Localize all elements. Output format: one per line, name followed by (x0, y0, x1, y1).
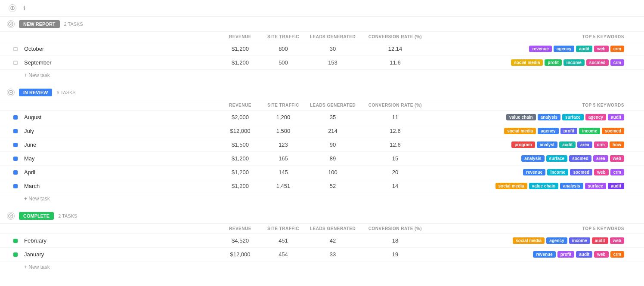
keyword-tag[interactable]: socmed (569, 155, 591, 162)
task-name-cell[interactable]: February (24, 237, 219, 244)
new-task-row[interactable]: + New task (0, 70, 644, 81)
keyword-tag[interactable]: revenue (529, 46, 551, 52)
task-revenue: $1,200 (219, 46, 262, 52)
collapse-icon[interactable] (9, 4, 16, 12)
keyword-tag[interactable]: web (594, 251, 608, 258)
keyword-tag[interactable]: profit (545, 59, 562, 66)
task-keywords-cell: social mediavalue chainanalysissurfaceau… (430, 183, 624, 189)
keyword-tag[interactable]: agency (546, 237, 567, 244)
new-task-row[interactable]: + New task (0, 193, 644, 204)
keyword-tag[interactable]: social media (513, 237, 545, 244)
section-badge-new-report[interactable]: NEW REPORT (19, 20, 60, 28)
columns-header-new-report: REVENUESITE TRAFFICLEADS GENERATEDCONVER… (0, 32, 644, 42)
task-keywords-cell: value chainanalysissurfaceagencyaudit (430, 114, 624, 120)
task-status-dot (13, 61, 18, 65)
keyword-tag[interactable]: analysis (521, 155, 544, 162)
collapse-complete-icon[interactable] (7, 212, 15, 220)
task-conversion: 15 (361, 155, 430, 162)
app-container: ℹ NEW REPORT2 TASKSREVENUESITE TRAFFICLE… (0, 0, 644, 273)
keyword-tag[interactable]: area (577, 141, 592, 148)
collapse-in-review-icon[interactable] (7, 89, 15, 96)
keyword-tag[interactable]: area (593, 155, 608, 162)
keyword-tag[interactable]: agency (538, 128, 558, 134)
keyword-tag[interactable]: profit (557, 251, 575, 258)
task-traffic: 1,200 (262, 114, 305, 120)
task-name-cell[interactable]: October (24, 46, 219, 52)
keyword-tag[interactable]: surface (562, 114, 584, 120)
keyword-tag[interactable]: agency (585, 114, 606, 120)
task-leads: 35 (305, 114, 361, 120)
keyword-tag[interactable]: socmed (602, 128, 624, 134)
keyword-tag[interactable]: income (564, 59, 585, 66)
task-leads: 90 (305, 141, 361, 148)
task-keywords-cell: programanalystauditareacrmhow (430, 141, 624, 148)
task-conversion: 14 (361, 183, 430, 189)
keyword-tag[interactable]: web (594, 46, 608, 52)
keyword-tag[interactable]: value chain (529, 183, 558, 189)
keyword-tag[interactable]: crm (610, 169, 624, 175)
task-name-cell[interactable]: January (24, 251, 219, 258)
section-complete: COMPLETE2 TASKSREVENUESITE TRAFFICLEADS … (0, 209, 644, 273)
keyword-tag[interactable]: analysis (560, 183, 583, 189)
keyword-tag[interactable]: audit (608, 114, 624, 120)
task-name-cell[interactable]: August (24, 114, 219, 120)
task-name-cell[interactable]: May (24, 155, 219, 162)
task-traffic: 165 (262, 155, 305, 162)
keyword-tag[interactable]: profit (560, 128, 578, 134)
sections-container: NEW REPORT2 TASKSREVENUESITE TRAFFICLEAD… (0, 17, 644, 273)
section-task-count-in-review: 6 TASKS (56, 90, 75, 95)
task-revenue: $1,200 (219, 169, 262, 175)
task-revenue: $1,200 (219, 183, 262, 189)
keyword-tag[interactable]: crm (610, 251, 624, 258)
task-name-cell[interactable]: April (24, 169, 219, 175)
keyword-tag[interactable]: web (610, 237, 624, 244)
keyword-tag[interactable]: audit (608, 183, 624, 189)
keyword-tag[interactable]: crm (594, 141, 608, 148)
new-task-row[interactable]: + New task (0, 261, 644, 273)
task-name-cell[interactable]: September (24, 59, 219, 66)
keyword-tag[interactable]: audit (559, 141, 576, 148)
keyword-tag[interactable]: socmed (570, 169, 592, 175)
task-conversion: 12.14 (361, 46, 430, 52)
keyword-tag[interactable]: program (511, 141, 535, 148)
keyword-tag[interactable]: surface (546, 155, 568, 162)
keyword-tag[interactable]: agency (554, 46, 574, 52)
keyword-tag[interactable]: web (594, 169, 608, 175)
col-site-traffic: SITE TRAFFIC (262, 103, 305, 108)
keyword-tag[interactable]: web (610, 155, 624, 162)
info-icon[interactable]: ℹ (23, 5, 25, 12)
keyword-tag[interactable]: income (569, 237, 590, 244)
task-name-cell[interactable]: March (24, 183, 219, 189)
keyword-tag[interactable]: audit (576, 46, 592, 52)
keyword-tag[interactable]: audit (592, 237, 608, 244)
collapse-new-report-icon[interactable] (7, 20, 15, 28)
keyword-tag[interactable]: how (610, 141, 624, 148)
col-revenue: REVENUE (219, 34, 262, 39)
task-revenue: $12,000 (219, 251, 262, 258)
col-site-traffic: SITE TRAFFIC (262, 34, 305, 39)
keyword-tag[interactable]: analysis (538, 114, 560, 120)
section-badge-in-review[interactable]: IN REVIEW (19, 89, 52, 96)
keyword-tag[interactable]: revenue (533, 251, 555, 258)
keyword-tag[interactable]: revenue (523, 169, 545, 175)
keyword-tag[interactable]: social media (504, 128, 536, 134)
keyword-tag[interactable]: value chain (506, 114, 536, 120)
keyword-tag[interactable]: crm (610, 46, 624, 52)
table-row: February$4,5204514218social mediaagencyi… (0, 234, 644, 248)
task-name-cell[interactable]: July (24, 128, 219, 134)
task-status-dot (13, 47, 18, 51)
keyword-tag[interactable]: social media (511, 59, 543, 66)
section-badge-complete[interactable]: COMPLETE (19, 212, 54, 220)
task-name-cell[interactable]: June (24, 141, 219, 148)
keyword-tag[interactable]: audit (576, 251, 592, 258)
keyword-tag[interactable]: income (579, 128, 600, 134)
keyword-tag[interactable]: surface (585, 183, 607, 189)
task-conversion: 11.6 (361, 59, 430, 66)
header-left: ℹ (9, 4, 29, 12)
keyword-tag[interactable]: socmed (586, 59, 609, 66)
keyword-tag[interactable]: social media (495, 183, 527, 189)
keyword-tag[interactable]: income (547, 169, 568, 175)
keyword-tag[interactable]: crm (610, 59, 624, 66)
keyword-tag[interactable]: analyst (537, 141, 557, 148)
task-traffic: 1,500 (262, 128, 305, 134)
